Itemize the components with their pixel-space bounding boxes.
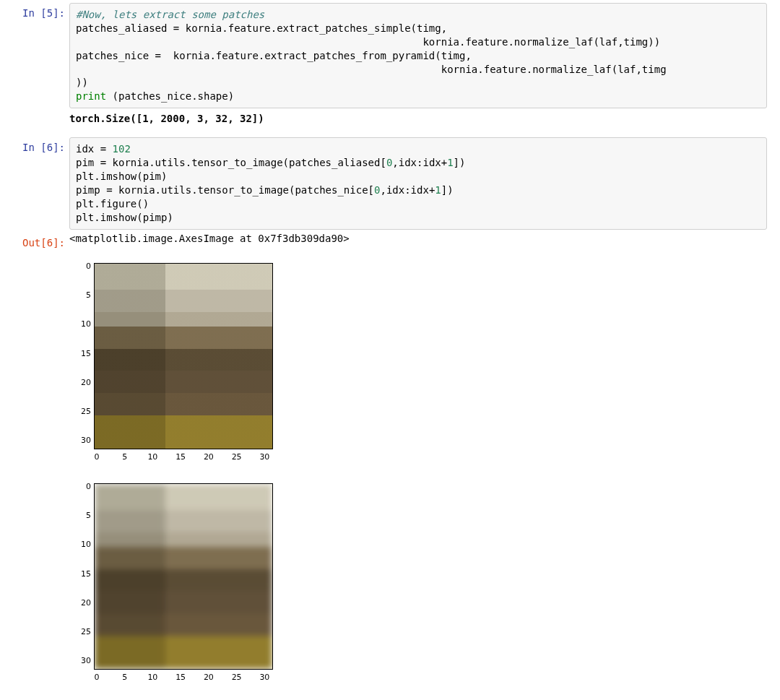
y-tick-label: 5 xyxy=(86,510,91,519)
code-line: ,idx:idx+ xyxy=(392,157,447,168)
x-tick-label: 10 xyxy=(147,673,157,682)
y-tick-label: 5 xyxy=(86,290,91,299)
x-tick-label: 25 xyxy=(232,452,242,462)
code-number: 1 xyxy=(435,184,441,196)
x-tick-label: 25 xyxy=(232,673,242,682)
y-tick-label: 20 xyxy=(81,377,91,386)
cell-in-5: In [5]: #Now, lets extract some patches … xyxy=(13,3,767,134)
output-repr-6: <matplotlib.image.AxesImage at 0x7f3db30… xyxy=(69,233,767,244)
code-line: ]) xyxy=(454,157,466,168)
code-line: patches_aliased = kornia.feature.extract… xyxy=(76,22,447,34)
cell-in-6: In [6]: idx = 102 pim = kornia.utils.ten… xyxy=(13,137,767,229)
y-tick-label: 10 xyxy=(81,540,91,549)
stdout-5: torch.Size([1, 2000, 3, 32, 32]) xyxy=(69,113,767,124)
x-tick-label: 15 xyxy=(176,673,186,682)
x-tick-label: 5 xyxy=(122,452,127,462)
code-input-5[interactable]: #Now, lets extract some patches patches_… xyxy=(69,3,767,108)
input-prompt-5: In [5]: xyxy=(13,3,69,19)
x-tick-label: 20 xyxy=(204,452,214,462)
code-line: ]) xyxy=(441,184,454,196)
cell-figure-1: 051015202530 051015202530 051015202530 0… xyxy=(13,251,767,692)
output-prompt-6: Out[6]: xyxy=(13,233,69,249)
x-tick-label: 15 xyxy=(176,452,186,462)
y-axis-ticks: 051015202530 xyxy=(69,259,91,454)
code-comment: #Now, lets extract some patches xyxy=(76,9,264,20)
code-input-6[interactable]: idx = 102 pim = kornia.utils.tensor_to_i… xyxy=(69,137,767,229)
axes-image-nice xyxy=(94,483,273,670)
notebook: In [5]: #Now, lets extract some patches … xyxy=(0,0,780,700)
blank-prompt xyxy=(13,251,69,256)
x-tick-label: 10 xyxy=(147,452,157,462)
x-axis-ticks: 051015202530 xyxy=(94,452,273,467)
code-line: ,idx:idx+ xyxy=(380,184,435,196)
code-line: plt.imshow(pimp) xyxy=(76,212,173,223)
image-content xyxy=(95,484,272,669)
y-tick-label: 25 xyxy=(81,407,91,416)
y-tick-label: 15 xyxy=(81,348,91,358)
code-number: 1 xyxy=(447,157,453,168)
y-tick-label: 0 xyxy=(86,261,91,270)
code-line: )) xyxy=(76,77,88,88)
x-tick-label: 30 xyxy=(259,452,269,462)
code-line: pim = kornia.utils.tensor_to_image(patch… xyxy=(76,157,386,168)
code-line: idx = xyxy=(76,143,113,155)
code-builtin: print xyxy=(76,90,106,102)
x-tick-label: 0 xyxy=(94,452,99,462)
code-line: patches_nice = kornia.feature.extract_pa… xyxy=(76,50,472,61)
matplotlib-figure-1: 051015202530 051015202530 xyxy=(69,259,286,472)
y-tick-label: 30 xyxy=(81,436,91,445)
code-number: 102 xyxy=(113,143,131,155)
x-tick-label: 0 xyxy=(94,673,99,682)
y-tick-label: 25 xyxy=(81,627,91,636)
code-line: (patches_nice.shape) xyxy=(106,90,234,102)
matplotlib-figure-2: 051015202530 051015202530 xyxy=(69,479,286,692)
code-line: pimp = kornia.utils.tensor_to_image(patc… xyxy=(76,184,374,196)
y-tick-label: 15 xyxy=(81,569,91,578)
x-tick-label: 30 xyxy=(259,673,269,682)
image-content xyxy=(95,264,272,449)
input-prompt-6: In [6]: xyxy=(13,137,69,153)
y-tick-label: 10 xyxy=(81,319,91,329)
code-line: kornia.feature.normalize_laf(laf,timg)) xyxy=(76,36,660,48)
x-axis-ticks: 051015202530 xyxy=(94,673,273,687)
y-axis-ticks: 051015202530 xyxy=(69,479,91,674)
axes-image-aliased xyxy=(94,263,273,449)
y-tick-label: 30 xyxy=(81,656,91,665)
code-line: plt.imshow(pim) xyxy=(76,170,167,182)
code-line: kornia.feature.normalize_laf(laf,timg xyxy=(76,64,667,75)
y-tick-label: 20 xyxy=(81,597,91,607)
y-tick-label: 0 xyxy=(86,481,91,491)
x-tick-label: 20 xyxy=(204,673,214,682)
code-line: plt.figure() xyxy=(76,198,149,209)
x-tick-label: 5 xyxy=(122,673,127,682)
cell-out-6: Out[6]: <matplotlib.image.AxesImage at 0… xyxy=(13,233,767,249)
